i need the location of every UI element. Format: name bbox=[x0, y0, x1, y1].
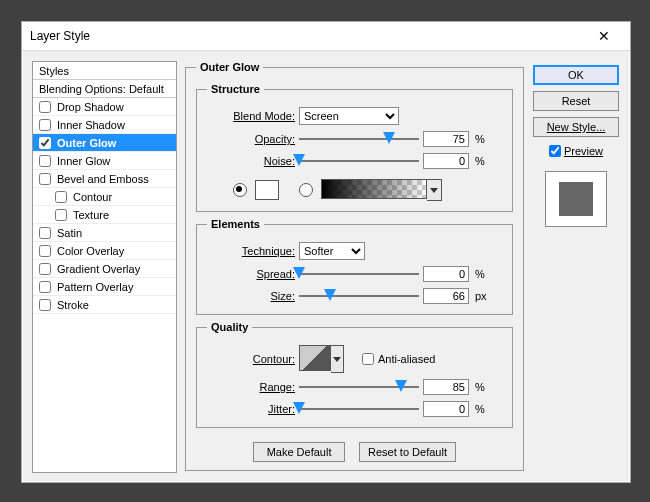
chevron-down-icon bbox=[333, 357, 341, 362]
unit-percent: % bbox=[475, 155, 493, 167]
titlebar: Layer Style ✕ bbox=[22, 22, 630, 51]
style-item-outer-glow[interactable]: Outer Glow bbox=[33, 134, 176, 152]
style-item-stroke[interactable]: Stroke bbox=[33, 296, 176, 314]
outer-glow-group: Outer Glow Structure Blend Mode: Screen … bbox=[185, 61, 524, 471]
technique-select[interactable]: Softer bbox=[299, 242, 365, 260]
style-item-label: Inner Shadow bbox=[57, 119, 125, 131]
styles-list: Styles Blending Options: Default Drop Sh… bbox=[32, 61, 177, 473]
spread-label: Spread: bbox=[207, 268, 295, 280]
noise-slider[interactable] bbox=[299, 154, 419, 168]
style-item-checkbox[interactable] bbox=[39, 299, 51, 311]
style-item-label: Bevel and Emboss bbox=[57, 173, 149, 185]
style-item-checkbox[interactable] bbox=[39, 263, 51, 275]
new-style-button[interactable]: New Style... bbox=[533, 117, 619, 137]
reset-button[interactable]: Reset bbox=[533, 91, 619, 111]
preview-thumbnail bbox=[545, 171, 607, 227]
blending-options[interactable]: Blending Options: Default bbox=[33, 80, 176, 98]
preview-checkbox[interactable] bbox=[549, 145, 561, 157]
style-item-checkbox[interactable] bbox=[39, 281, 51, 293]
style-item-checkbox[interactable] bbox=[39, 245, 51, 257]
style-item-checkbox[interactable] bbox=[39, 101, 51, 113]
style-item-checkbox[interactable] bbox=[55, 191, 67, 203]
blend-mode-select[interactable]: Screen bbox=[299, 107, 399, 125]
blend-mode-label: Blend Mode: bbox=[207, 110, 295, 122]
style-item-label: Inner Glow bbox=[57, 155, 110, 167]
anti-aliased-checkbox[interactable] bbox=[362, 353, 374, 365]
close-icon[interactable]: ✕ bbox=[584, 28, 624, 44]
chevron-down-icon bbox=[430, 188, 438, 193]
style-item-inner-shadow[interactable]: Inner Shadow bbox=[33, 116, 176, 134]
unit-px: px bbox=[475, 290, 493, 302]
style-item-bevel-and-emboss[interactable]: Bevel and Emboss bbox=[33, 170, 176, 188]
opacity-input[interactable] bbox=[423, 131, 469, 147]
style-item-label: Texture bbox=[73, 209, 109, 221]
make-default-button[interactable]: Make Default bbox=[253, 442, 345, 462]
solid-color-radio[interactable] bbox=[233, 183, 247, 197]
style-item-inner-glow[interactable]: Inner Glow bbox=[33, 152, 176, 170]
style-item-label: Outer Glow bbox=[57, 137, 116, 149]
style-item-satin[interactable]: Satin bbox=[33, 224, 176, 242]
style-item-gradient-overlay[interactable]: Gradient Overlay bbox=[33, 260, 176, 278]
style-item-label: Satin bbox=[57, 227, 82, 239]
gradient-swatch[interactable] bbox=[321, 179, 427, 199]
elements-legend: Elements bbox=[207, 218, 264, 230]
jitter-slider[interactable] bbox=[299, 402, 419, 416]
style-item-checkbox[interactable] bbox=[39, 173, 51, 185]
unit-percent: % bbox=[475, 381, 493, 393]
style-item-drop-shadow[interactable]: Drop Shadow bbox=[33, 98, 176, 116]
style-item-label: Pattern Overlay bbox=[57, 281, 133, 293]
jitter-label: Jitter: bbox=[207, 403, 295, 415]
gradient-radio[interactable] bbox=[299, 183, 313, 197]
opacity-slider[interactable] bbox=[299, 132, 419, 146]
style-item-checkbox[interactable] bbox=[39, 137, 51, 149]
preview-label: Preview bbox=[564, 145, 603, 157]
size-label: Size: bbox=[207, 290, 295, 302]
technique-label: Technique: bbox=[207, 245, 295, 257]
jitter-input[interactable] bbox=[423, 401, 469, 417]
structure-group: Structure Blend Mode: Screen Opacity: % bbox=[196, 83, 513, 212]
unit-percent: % bbox=[475, 268, 493, 280]
style-item-checkbox[interactable] bbox=[39, 119, 51, 131]
structure-legend: Structure bbox=[207, 83, 264, 95]
contour-swatch[interactable] bbox=[299, 345, 331, 371]
elements-group: Elements Technique: Softer Spread: % bbox=[196, 218, 513, 315]
gradient-dropdown[interactable] bbox=[427, 179, 442, 201]
settings-area: Outer Glow Structure Blend Mode: Screen … bbox=[185, 61, 524, 473]
style-item-label: Drop Shadow bbox=[57, 101, 124, 113]
preview-thumbnail-inner bbox=[559, 182, 593, 216]
range-input[interactable] bbox=[423, 379, 469, 395]
style-item-label: Color Overlay bbox=[57, 245, 124, 257]
size-slider[interactable] bbox=[299, 289, 419, 303]
outer-glow-legend: Outer Glow bbox=[196, 61, 263, 73]
size-input[interactable] bbox=[423, 288, 469, 304]
spread-input[interactable] bbox=[423, 266, 469, 282]
style-item-texture[interactable]: Texture bbox=[33, 206, 176, 224]
noise-input[interactable] bbox=[423, 153, 469, 169]
style-item-checkbox[interactable] bbox=[39, 155, 51, 167]
contour-dropdown[interactable] bbox=[331, 345, 344, 373]
style-item-color-overlay[interactable]: Color Overlay bbox=[33, 242, 176, 260]
spread-slider[interactable] bbox=[299, 267, 419, 281]
style-item-contour[interactable]: Contour bbox=[33, 188, 176, 206]
range-label: Range: bbox=[207, 381, 295, 393]
style-item-pattern-overlay[interactable]: Pattern Overlay bbox=[33, 278, 176, 296]
reset-default-button[interactable]: Reset to Default bbox=[359, 442, 456, 462]
opacity-label: Opacity: bbox=[207, 133, 295, 145]
layer-style-dialog: Layer Style ✕ Styles Blending Options: D… bbox=[21, 21, 631, 483]
unit-percent: % bbox=[475, 133, 493, 145]
quality-group: Quality Contour: Anti-aliased Range: bbox=[196, 321, 513, 428]
dialog-title: Layer Style bbox=[30, 29, 90, 43]
anti-aliased-label: Anti-aliased bbox=[378, 353, 435, 365]
range-slider[interactable] bbox=[299, 380, 419, 394]
unit-percent: % bbox=[475, 403, 493, 415]
contour-label: Contour: bbox=[207, 353, 295, 365]
ok-button[interactable]: OK bbox=[533, 65, 619, 85]
style-item-checkbox[interactable] bbox=[55, 209, 67, 221]
noise-label: Noise: bbox=[207, 155, 295, 167]
style-item-label: Stroke bbox=[57, 299, 89, 311]
style-item-label: Gradient Overlay bbox=[57, 263, 140, 275]
styles-list-header[interactable]: Styles bbox=[33, 62, 176, 80]
quality-legend: Quality bbox=[207, 321, 252, 333]
style-item-checkbox[interactable] bbox=[39, 227, 51, 239]
color-swatch[interactable] bbox=[255, 180, 279, 200]
